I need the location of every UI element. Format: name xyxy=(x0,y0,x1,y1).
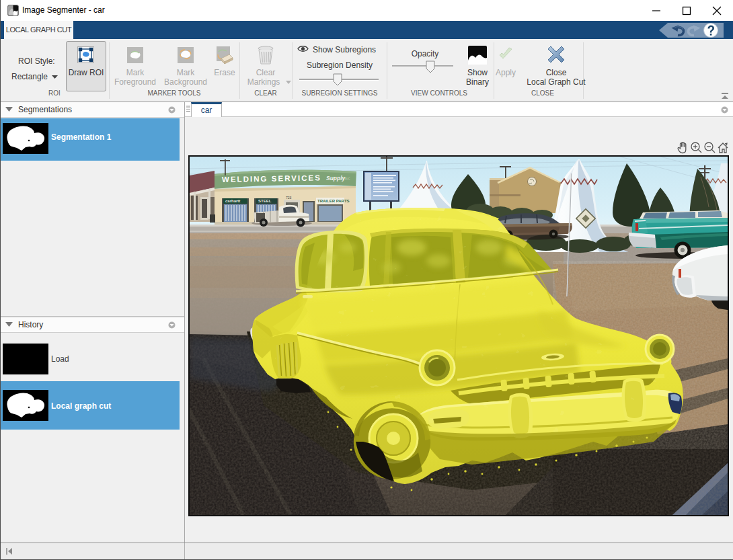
svg-text:LLC: LLC xyxy=(345,177,350,180)
svg-text:Supply: Supply xyxy=(326,175,346,182)
svg-text:carhartt: carhartt xyxy=(225,199,240,203)
svg-text:TRAILER PARTS: TRAILER PARTS xyxy=(317,199,350,203)
svg-text:723: 723 xyxy=(286,196,292,200)
svg-text:STEEL: STEEL xyxy=(258,199,272,203)
svg-text:WELDING SERVICES: WELDING SERVICES xyxy=(222,173,321,184)
